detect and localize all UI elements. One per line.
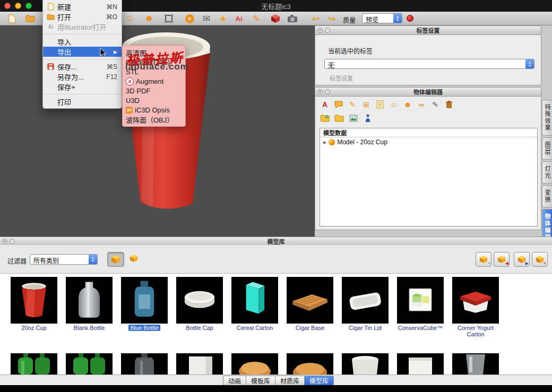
menu-item-open[interactable]: 打开 ⌘O [43,12,122,22]
stepper-icon[interactable]: ▲ ▼ [525,59,534,68]
text-tool-icon[interactable]: A [320,99,330,110]
crop-tool-icon[interactable] [162,13,176,24]
tab-lights[interactable]: 灯光 [542,161,552,184]
submenu-item-u3d[interactable]: U3D [123,95,185,105]
model-thumbnail[interactable] [452,353,499,374]
redo-icon[interactable]: ↪ [325,13,339,24]
tab-animation[interactable]: 动画 [223,376,246,386]
illustrator-icon[interactable]: Ai [232,13,246,24]
menu-item-save[interactable]: 保存... ⌘S [43,62,122,72]
folder-icon[interactable] [334,113,344,124]
smiley-icon[interactable]: ☺ [389,99,399,110]
model-item-blank-bottle[interactable]: Blank Bottle [64,277,115,331]
collapse-icon[interactable]: − [325,28,330,33]
model-thumbnail[interactable] [11,353,57,374]
record-button[interactable] [407,15,413,22]
model-item-cigar-tin-lid[interactable]: Cigar Tin Lid [340,277,391,331]
menu-item-new[interactable]: 新建 ⌘N [43,2,122,12]
undo-icon[interactable]: ↩ [309,13,323,24]
model-item-row2-3[interactable] [119,353,170,374]
model-thumbnail[interactable] [66,277,113,324]
tab-template-library[interactable]: 模板库 [246,376,275,386]
model-thumbnail[interactable] [342,353,389,374]
model-thumbnail[interactable] [342,277,389,324]
model-thumbnail[interactable] [66,353,113,374]
tab-model-library[interactable]: 模型库 [304,376,334,386]
smiley-filled-icon[interactable]: ☻ [142,13,156,24]
comment-icon[interactable] [333,99,344,110]
model-item-cereal-carton[interactable]: Cereal Carton [229,277,280,331]
model-thumbnail[interactable] [231,353,278,374]
open-folder-icon[interactable] [23,13,37,24]
add-frame-icon[interactable]: ⊞ [361,99,372,110]
model-thumbnail[interactable] [397,277,444,324]
edit-pen-icon[interactable]: ✎ [430,99,441,110]
model-item-row2-8[interactable] [395,353,446,374]
model-thumbnail[interactable] [11,277,57,324]
tab-special-effects[interactable]: 特殊效果 [542,100,552,136]
model-thumbnail[interactable] [176,353,223,374]
submenu-item-augment[interactable]: a Augment [123,76,185,86]
close-icon[interactable]: ✕ [317,89,323,94]
model-thumbnail[interactable] [121,353,168,374]
tab-layers[interactable]: 图层 [542,137,552,160]
camera-icon[interactable] [286,13,299,24]
model-item-row2-7[interactable] [340,353,391,374]
person-icon[interactable] [363,113,373,124]
tab-transform[interactable]: 变换 [542,185,552,207]
menu-item-save-as[interactable]: 另存为... F12 [43,72,122,82]
smiley-icon[interactable]: ☺ [123,13,137,24]
model-thumbnail[interactable] [287,277,333,324]
cube-view-toggle-button[interactable] [107,252,124,267]
draw-pen-icon[interactable]: ✎ [347,99,358,110]
pen-tool-icon[interactable]: ✎ [249,13,263,24]
library-forward-button[interactable]: ▶ [514,252,530,267]
disclosure-icon[interactable]: ▶ [323,140,326,145]
new-folder-icon[interactable] [320,113,330,124]
model-thumbnail[interactable] [452,277,499,324]
model-item-row2-5[interactable] [229,353,280,374]
stepper-icon[interactable]: ▲ ▼ [89,255,97,264]
link-icon[interactable]: ∞ [416,99,427,110]
star-icon[interactable]: ★ [216,13,230,24]
close-icon[interactable]: ✕ [317,28,323,33]
model-item-cigar-base[interactable]: Cigar Base [284,277,335,331]
library-back-button[interactable]: ◀ [494,252,510,267]
model-item-row2-6[interactable] [284,353,335,374]
menu-item-print[interactable]: 打印 [43,97,122,107]
image-icon[interactable] [348,113,359,124]
cube-small-icon[interactable] [130,254,138,265]
stepper-icon[interactable]: ▲ ▼ [393,14,402,23]
selected-label-dropdown[interactable]: 无 ▲ ▼ [324,59,534,69]
model-item-row2-2[interactable] [64,353,115,374]
model-thumbnail[interactable] [231,277,278,324]
trash-icon[interactable] [444,99,454,110]
note-icon[interactable] [375,99,385,110]
submenu-item-3d-pdf[interactable]: 3D PDF [123,86,185,95]
tab-material-library[interactable]: 材质库 [275,376,304,386]
red-cube-icon[interactable] [269,13,282,24]
menu-item-export[interactable]: 导出 ▶ [43,47,122,57]
model-thumbnail[interactable] [176,277,223,324]
model-item-blue-bottle[interactable]: Blue Bottle [119,277,170,331]
model-thumbnail[interactable] [397,353,444,374]
new-document-icon[interactable] [5,13,19,24]
collapse-icon[interactable]: − [10,239,15,244]
add-object-icon[interactable]: + [183,13,196,24]
library-cube-button[interactable]: + [476,252,491,267]
model-thumbnail[interactable] [287,353,333,374]
submenu-item-ic3d-opsis[interactable]: 3D iC3D Opsis [123,105,185,115]
model-item-20oz-cup[interactable]: 20oz Cup [8,277,59,331]
envelope-icon[interactable]: ✉ [200,13,213,24]
model-thumbnail[interactable] [121,277,168,324]
collapse-icon[interactable]: − [325,89,330,94]
model-item-corner-yogurt-carton[interactable]: Corner Yogurt Carton [450,277,501,337]
library-download-button[interactable]: ▼ [532,252,548,267]
smiley-filled-icon[interactable]: ☻ [402,99,413,110]
menu-item-save-plus[interactable]: 保存+ [43,82,122,92]
close-icon[interactable]: ✕ [2,239,7,244]
model-item-row2-1[interactable] [8,353,59,374]
menu-item-import[interactable]: 导入 [43,37,122,47]
quality-dropdown[interactable]: 预览 ▲ ▼ [362,13,402,23]
model-item-row2-9[interactable] [450,353,501,374]
